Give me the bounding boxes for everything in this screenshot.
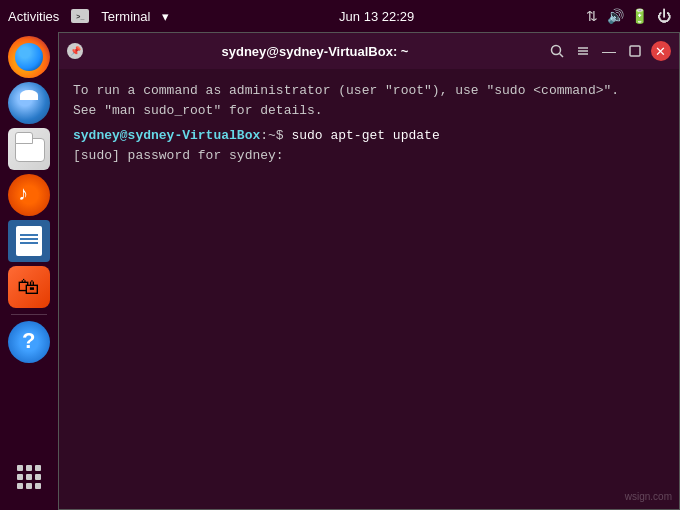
dock-item-rhythmbox[interactable]	[8, 174, 50, 216]
svg-line-1	[559, 54, 563, 58]
dock-item-appgrid[interactable]	[8, 456, 50, 498]
terminal-prompt-suffix: :~$	[260, 128, 291, 143]
battery-icon[interactable]: 🔋	[632, 8, 648, 24]
power-icon[interactable]: ⏻	[656, 8, 672, 24]
terminal-line-2: See "man sudo_root" for details.	[73, 101, 665, 121]
terminal-pin-button[interactable]	[67, 43, 83, 59]
topbar-center: Jun 13 22:29	[339, 9, 414, 24]
terminal-body[interactable]: To run a command as administrator (user …	[59, 69, 679, 509]
terminal-minimize-button[interactable]: —	[599, 41, 619, 61]
terminal-command-line: sydney@sydney-VirtualBox:~$ sudo apt-get…	[73, 126, 665, 146]
appgrid-dot	[26, 465, 32, 471]
dock-item-files[interactable]	[8, 128, 50, 170]
main-area: sydney@sydney-VirtualBox: ~ —	[0, 32, 680, 510]
appgrid-dot	[17, 465, 23, 471]
svg-point-0	[551, 46, 560, 55]
terminal-titlebar-left	[67, 43, 83, 59]
topbar-left: Activities Terminal ▾	[8, 9, 169, 24]
topbar: Activities Terminal ▾ Jun 13 22:29 ⇅ 🔊 🔋…	[0, 0, 680, 32]
dock-item-appcenter[interactable]	[8, 266, 50, 308]
activities-label[interactable]: Activities	[8, 9, 59, 24]
terminal-app-label[interactable]: Terminal	[101, 9, 150, 24]
topbar-right: ⇅ 🔊 🔋 ⏻	[584, 8, 672, 24]
terminal-maximize-button[interactable]	[625, 41, 645, 61]
terminal-command: sudo apt-get update	[291, 128, 439, 143]
watermark: wsign.com	[625, 491, 672, 502]
datetime-label: Jun 13 22:29	[339, 9, 414, 24]
terminal-window: sydney@sydney-VirtualBox: ~ —	[58, 32, 680, 510]
dock	[0, 32, 58, 510]
appgrid-dot	[26, 483, 32, 489]
maximize-icon	[629, 45, 641, 57]
terminal-menu-button[interactable]	[573, 41, 593, 61]
network-icon[interactable]: ⇅	[584, 8, 600, 24]
dock-item-writer[interactable]	[8, 220, 50, 262]
sound-icon[interactable]: 🔊	[608, 8, 624, 24]
terminal-line-1: To run a command as administrator (user …	[73, 81, 665, 101]
appgrid-dot	[17, 474, 23, 480]
terminal-titlebar-right: — ✕	[547, 41, 671, 61]
terminal-titlebar: sydney@sydney-VirtualBox: ~ —	[59, 33, 679, 69]
search-icon	[550, 44, 564, 58]
menu-icon	[576, 44, 590, 58]
appgrid-dot	[35, 474, 41, 480]
dock-item-thunderbird[interactable]	[8, 82, 50, 124]
terminal-close-button[interactable]: ✕	[651, 41, 671, 61]
dock-separator	[11, 314, 47, 315]
appgrid-dot	[35, 465, 41, 471]
appgrid-dot	[35, 483, 41, 489]
topbar-terminal-icon	[71, 9, 89, 23]
appgrid-dot	[17, 483, 23, 489]
dock-item-firefox[interactable]	[8, 36, 50, 78]
dock-item-help[interactable]	[8, 321, 50, 363]
terminal-search-button[interactable]	[547, 41, 567, 61]
svg-rect-5	[630, 46, 640, 56]
terminal-dropdown-icon[interactable]: ▾	[162, 9, 169, 24]
appgrid-dot	[26, 474, 32, 480]
terminal-user: sydney@sydney-VirtualBox	[73, 128, 260, 143]
terminal-line-4: [sudo] password for sydney:	[73, 146, 665, 166]
appgrid-dots	[17, 465, 41, 489]
terminal-title-label: sydney@sydney-VirtualBox: ~	[222, 44, 409, 59]
